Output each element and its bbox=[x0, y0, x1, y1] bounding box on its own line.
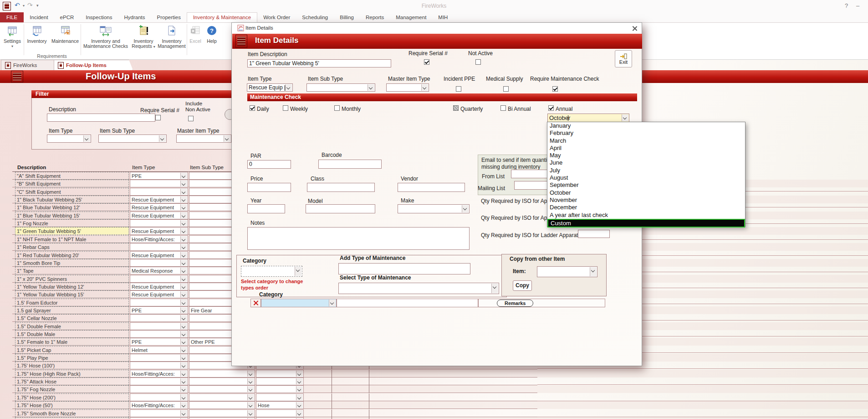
filter-include-non-active-checkbox[interactable] bbox=[188, 116, 194, 121]
ribbon-tab-properties[interactable]: Properties bbox=[151, 12, 186, 22]
table-cell-description[interactable]: 1" Fog Nozzle bbox=[15, 219, 129, 227]
table-cell-item-type[interactable]: Medical Response bbox=[130, 267, 188, 274]
require-serial-checkbox[interactable] bbox=[424, 59, 429, 65]
table-cell-item-type[interactable] bbox=[130, 378, 188, 385]
help-button[interactable]: ? Help bbox=[204, 23, 220, 44]
par-input[interactable]: 0 bbox=[247, 160, 291, 169]
table-cell-item-sub-type[interactable] bbox=[189, 393, 255, 401]
table-cell-item-type[interactable]: Rescue Equipment bbox=[130, 203, 188, 211]
table-cell-description[interactable]: 1.75" Hose (50') bbox=[15, 401, 129, 409]
table-cell-item-type[interactable]: Rescue Equipment bbox=[130, 290, 188, 298]
tab-follow-up-items[interactable]: Follow-Up Items bbox=[54, 60, 133, 70]
table-cell-item-type[interactable] bbox=[130, 259, 188, 267]
grid-category-select[interactable] bbox=[261, 299, 337, 307]
settings-button[interactable]: Settings ▾ bbox=[1, 23, 24, 49]
table-cell-master-item-type[interactable] bbox=[256, 409, 304, 417]
qty-ladder-input[interactable] bbox=[578, 230, 610, 238]
inventory-management-button[interactable]: Inventory Management bbox=[157, 23, 187, 49]
table-cell-item-sub-type[interactable] bbox=[189, 378, 255, 385]
maintenance-button[interactable]: Maintenance bbox=[50, 23, 81, 44]
table-cell-item-type[interactable]: Hose/Fitting/Acces: bbox=[130, 370, 188, 378]
table-cell-item-type[interactable]: PPE bbox=[130, 306, 188, 314]
table-cell-item-sub-type[interactable] bbox=[189, 401, 255, 409]
bi-annual-checkbox[interactable] bbox=[500, 105, 506, 111]
table-cell-item-type[interactable]: Hose/Fitting/Acces: bbox=[130, 417, 188, 419]
table-cell-description[interactable]: 1" Blue Tubular Webbing 15' bbox=[15, 212, 129, 219]
help-window-icon[interactable]: ? bbox=[845, 2, 848, 9]
ribbon-tab-work-order[interactable]: Work Order bbox=[257, 12, 296, 22]
remarks-header[interactable]: Remarks bbox=[497, 300, 533, 307]
month-option-february[interactable]: February bbox=[547, 129, 745, 137]
month-option-august[interactable]: August bbox=[547, 174, 745, 181]
table-cell-description[interactable]: 1" NHT Female to 1" NPT Male bbox=[15, 235, 129, 243]
year-input[interactable] bbox=[247, 204, 285, 213]
tab-fireworks[interactable]: FireWorks bbox=[1, 60, 61, 70]
vendor-input[interactable] bbox=[398, 183, 465, 192]
table-cell-description[interactable]: 1.5" Double Male bbox=[15, 330, 129, 338]
month-option-october[interactable]: October bbox=[547, 189, 745, 197]
month-option-custom[interactable]: Custom bbox=[547, 219, 745, 228]
select-type-select[interactable] bbox=[338, 283, 499, 294]
item-description-input[interactable]: 1" Green Tubular Webbing 5' bbox=[247, 59, 391, 67]
copy-item-select[interactable] bbox=[537, 266, 597, 277]
copy-button[interactable]: Copy bbox=[513, 280, 532, 291]
month-option-may[interactable]: May bbox=[547, 152, 745, 159]
exit-button[interactable]: Exit bbox=[615, 50, 632, 67]
item-sub-type-select[interactable] bbox=[306, 83, 375, 92]
category-select[interactable] bbox=[241, 266, 302, 277]
table-cell-item-type[interactable] bbox=[130, 188, 188, 196]
table-cell-description[interactable]: 1.5" Picket Cap bbox=[15, 346, 129, 354]
month-option-june[interactable]: June bbox=[547, 159, 745, 166]
table-cell-description[interactable]: 1" Yellow Tubular Webbing 15' bbox=[15, 290, 129, 298]
ribbon-tab-hydrants[interactable]: Hydrants bbox=[118, 12, 151, 22]
quarterly-checkbox[interactable] bbox=[453, 105, 459, 111]
table-cell-description[interactable]: 1" Blue Tubular Webbing 12' bbox=[15, 203, 129, 211]
table-cell-description[interactable]: 1" Tape bbox=[15, 267, 129, 274]
table-cell-item-type[interactable]: PPE bbox=[130, 172, 188, 180]
table-cell-description[interactable]: 1.5" Double Female bbox=[15, 322, 129, 330]
table-cell-description[interactable]: "B" Shift Equipment bbox=[15, 180, 129, 187]
daily-checkbox[interactable] bbox=[250, 105, 255, 111]
table-cell-description[interactable]: 1.75" Smooth Bore Nozzle bbox=[15, 409, 129, 417]
minimize-icon[interactable]: – bbox=[856, 2, 859, 9]
table-cell-item-type[interactable] bbox=[130, 409, 188, 417]
table-cell-item-type[interactable] bbox=[130, 219, 188, 227]
table-cell-master-item-type[interactable] bbox=[256, 385, 304, 393]
table-cell-description[interactable]: 1.75" Hose (200') bbox=[15, 393, 129, 401]
table-cell-description[interactable]: 1" Smooth Bore Tip bbox=[15, 259, 129, 267]
table-cell-item-type[interactable]: Rescue Equipment bbox=[130, 212, 188, 219]
grid-type-cell[interactable] bbox=[337, 299, 478, 307]
table-cell-description[interactable]: "C" Shift Equipment bbox=[15, 188, 129, 196]
annual-month-select[interactable]: October bbox=[547, 114, 629, 122]
filter-item-type-select[interactable] bbox=[47, 134, 91, 143]
filter-item-sub-type-select[interactable] bbox=[98, 134, 167, 143]
ribbon-tab-management[interactable]: Management bbox=[390, 12, 432, 22]
table-cell-item-sub-type[interactable] bbox=[189, 409, 255, 417]
table-cell-master-item-type[interactable] bbox=[256, 417, 304, 419]
table-cell-item-sub-type[interactable] bbox=[189, 370, 255, 378]
table-cell-item-type[interactable] bbox=[130, 299, 188, 306]
ribbon-tab-inspections[interactable]: Inspections bbox=[80, 12, 118, 22]
filter-description-input[interactable] bbox=[47, 114, 155, 122]
table-cell-item-type[interactable] bbox=[130, 243, 188, 251]
table-cell-description[interactable]: 1.5 gal Sprayer bbox=[15, 306, 129, 314]
master-item-type-select[interactable] bbox=[386, 83, 429, 92]
ribbon-tab-reports[interactable]: Reports bbox=[360, 12, 390, 22]
inventory-button[interactable]: Inventory bbox=[24, 23, 50, 44]
table-cell-item-type[interactable] bbox=[130, 180, 188, 187]
table-cell-item-type[interactable] bbox=[130, 275, 188, 283]
table-cell-master-item-type[interactable] bbox=[256, 393, 304, 401]
table-cell-description[interactable]: 1" Yellow Tubular Webbing 12' bbox=[15, 283, 129, 290]
require-maintenance-check-checkbox[interactable] bbox=[552, 86, 558, 92]
month-option-september[interactable]: September bbox=[547, 181, 745, 189]
table-cell-item-type[interactable] bbox=[130, 393, 188, 401]
table-cell-description[interactable]: 1.5' Foam Eductor bbox=[15, 299, 129, 306]
table-cell-description[interactable]: 1" Red Tubular Webbing 20' bbox=[15, 251, 129, 259]
table-cell-master-item-type[interactable] bbox=[256, 378, 304, 385]
model-input[interactable] bbox=[306, 204, 375, 213]
table-cell-description[interactable]: 1.5" Cellar Nozzle bbox=[15, 314, 129, 322]
table-cell-item-type[interactable] bbox=[130, 330, 188, 338]
month-option-march[interactable]: March bbox=[547, 137, 745, 145]
table-cell-description[interactable]: 1" x 20" PVC Spinners bbox=[15, 275, 129, 283]
month-option-april[interactable]: April bbox=[547, 145, 745, 152]
